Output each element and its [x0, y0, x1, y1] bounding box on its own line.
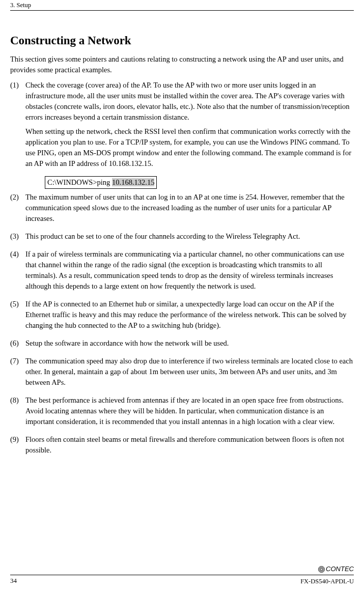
list-item: (9) Floors often contain steel beams or … [10, 434, 354, 459]
body-text: If the AP is connected to an Ethernet hu… [25, 299, 354, 331]
page-footer: CONTEC 34 FX-DS540-APDL-U [10, 563, 354, 586]
list-item: (2) The maximum number of user units tha… [10, 192, 354, 228]
body-text: The maximum number of user units that ca… [25, 192, 354, 224]
code-example-row: C:\WINDOWS>ping 10.168.132.15 [10, 176, 354, 189]
brand-name: CONTEC [326, 565, 354, 573]
list-item: (6) Setup the software in accordance wit… [10, 338, 354, 352]
list-item: (3) This product can be set to one of th… [10, 231, 354, 245]
body-text: The communication speed may also drop du… [25, 356, 354, 388]
list-item: (8) The best performance is achieved fro… [10, 395, 354, 431]
list-number: (5) [10, 299, 25, 334]
list-number: (8) [10, 395, 25, 431]
list-number: (6) [10, 338, 25, 352]
brand-logo-icon [318, 566, 325, 573]
list-number: (1) [10, 80, 25, 173]
svg-point-2 [321, 569, 323, 571]
intro-paragraph: This section gives some pointers and cau… [10, 54, 354, 75]
body-text: Setup the software in accordance with ho… [25, 338, 354, 349]
list-item: (5) If the AP is connected to an Etherne… [10, 299, 354, 334]
page-title: Constructing a Network [10, 32, 354, 49]
body-text: If a pair of wireless terminals are comm… [25, 249, 354, 292]
list-number: (7) [10, 356, 25, 391]
code-prefix: C:\WINDOWS>ping [47, 178, 112, 186]
code-highlight: 10.168.132.15 [112, 178, 154, 186]
list-number: (4) [10, 249, 25, 295]
body-text: Floors often contain steel beams or meta… [25, 434, 354, 456]
header-section-label: 3. Setup [10, 2, 31, 9]
body-text: Check the coverage (cover area) of the A… [25, 80, 354, 123]
code-example: C:\WINDOWS>ping 10.168.132.15 [45, 176, 157, 189]
list-number: (3) [10, 231, 25, 245]
body-text: The best performance is achieved from an… [25, 395, 354, 427]
list-item: (4) If a pair of wireless terminals are … [10, 249, 354, 295]
list-number: (2) [10, 192, 25, 228]
body-text: When setting up the network, check the R… [25, 126, 354, 169]
list-number: (9) [10, 434, 25, 459]
list-item: (1) Check the coverage (cover area) of t… [10, 80, 354, 173]
svg-point-1 [320, 568, 324, 572]
page-header: 3. Setup [10, 0, 354, 11]
model-number: FX-DS540-APDL-U [300, 577, 354, 586]
page-number: 34 [10, 576, 17, 586]
body-text: This product can be set to one of the fo… [25, 231, 354, 242]
list-item: (7) The communication speed may also dro… [10, 356, 354, 391]
